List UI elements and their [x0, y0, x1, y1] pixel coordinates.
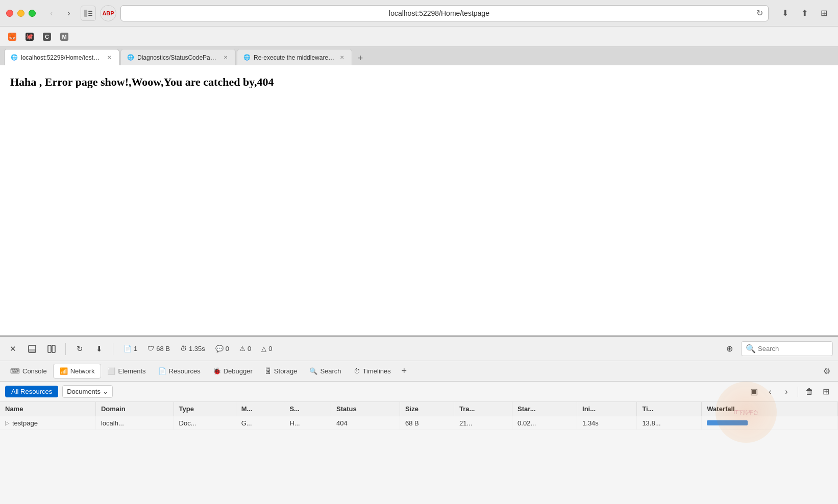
col-domain[interactable]: Domain — [95, 402, 174, 416]
errors-icon: ⚠ — [239, 345, 245, 352]
cell-name: ▷ testpage — [0, 416, 95, 430]
tab-debugger[interactable]: 🐞 Debugger — [207, 364, 259, 378]
stat-size[interactable]: 🛡 68 B — [143, 343, 174, 355]
devtools-dock-button[interactable] — [24, 341, 40, 357]
col-start[interactable]: Star... — [512, 402, 577, 416]
network-next-button[interactable]: › — [779, 385, 794, 399]
elements-icon: ⬜ — [107, 367, 115, 375]
col-type[interactable]: Type — [174, 402, 236, 416]
cell-method: G... — [236, 416, 284, 430]
devtools-settings-button[interactable]: ⚙ — [820, 364, 834, 379]
sidebar-toggle-button[interactable] — [81, 6, 96, 21]
col-status[interactable]: Status — [331, 402, 400, 416]
tab-network[interactable]: 📶 Network — [53, 364, 102, 379]
stat-time[interactable]: ⏱ 1.35s — [176, 343, 209, 355]
errors-count: 0 — [248, 345, 251, 352]
stat-warnings[interactable]: △ 0 — [257, 343, 276, 355]
page-error-message: Haha , Error page show!,Woow,You are cat… — [10, 75, 828, 89]
reload-icon[interactable]: ↻ — [756, 8, 763, 18]
tab-close-button[interactable]: ✕ — [338, 54, 346, 61]
traffic-lights — [6, 10, 36, 17]
url-text: localhost:52298/Home/testpage — [126, 9, 752, 17]
download-button[interactable]: ⬇ — [777, 5, 793, 21]
bookmark-c[interactable]: C — [39, 31, 55, 43]
timelines-icon: ⏱ — [354, 367, 360, 375]
close-button[interactable] — [6, 10, 13, 17]
size-value: 68 B — [156, 345, 170, 352]
cell-start: 0.02... — [512, 416, 577, 430]
svg-rect-5 — [29, 349, 36, 352]
tab-close-button[interactable]: ✕ — [106, 54, 113, 61]
network-clear-button[interactable]: 🗑 — [802, 385, 817, 399]
separator — [65, 343, 66, 355]
stat-messages[interactable]: 💬 0 — [211, 343, 233, 355]
table-row[interactable]: ▷ testpage localh... Doc... G... H... 40… — [0, 416, 838, 430]
cell-time: 13.8... — [637, 416, 702, 430]
adblock-button[interactable]: ABP — [100, 5, 116, 21]
resources-icon: 📄 — [158, 367, 166, 375]
tab-close-button[interactable]: ✕ — [222, 54, 229, 61]
devtools-search-input[interactable] — [758, 345, 828, 352]
network-panel: All Resources Documents ⌄ ▣ ‹ › 🗑 ⊞ Name — [0, 382, 838, 504]
col-method[interactable]: M... — [236, 402, 284, 416]
tab-console[interactable]: ⌨ Console — [4, 364, 53, 378]
devtools-reload-button[interactable]: ↻ — [72, 341, 87, 357]
col-name[interactable]: Name — [0, 402, 95, 416]
tab-search[interactable]: 🔍 Search — [303, 364, 347, 378]
tab-resources[interactable]: 📄 Resources — [152, 364, 207, 378]
network-prev-button[interactable]: ‹ — [763, 385, 777, 399]
network-export-button[interactable]: ⊞ — [819, 385, 833, 399]
col-time[interactable]: Ti... — [637, 402, 702, 416]
tab-label: Resources — [169, 367, 201, 375]
time-value: 1.35s — [189, 345, 205, 352]
filter-right-controls: ▣ ‹ › 🗑 ⊞ — [747, 385, 833, 399]
tab-label: Network — [70, 367, 95, 375]
tab-label: Re-execute the middleware pipe... — [254, 54, 335, 61]
new-tab-button[interactable]: + — [353, 51, 367, 65]
stat-requests[interactable]: 📄 1 — [119, 343, 141, 355]
cell-waterfall — [702, 416, 838, 430]
network-view-toggle[interactable]: ▣ — [747, 385, 761, 399]
tab-testpage[interactable]: 🌐 localhost:52298/Home/testpage ✕ — [4, 49, 119, 65]
url-bar[interactable]: localhost:52298/Home/testpage ↻ — [120, 5, 769, 21]
nav-buttons: ‹ › — [44, 6, 77, 21]
network-filter-bar: All Resources Documents ⌄ ▣ ‹ › 🗑 ⊞ — [0, 382, 838, 402]
tab-reexecute[interactable]: 🌐 Re-execute the middleware pipe... ✕ — [237, 49, 352, 65]
back-button[interactable]: ‹ — [44, 6, 59, 21]
forward-button[interactable]: › — [61, 6, 77, 21]
devtools-stats: 📄 1 🛡 68 B ⏱ 1.35s 💬 0 ⚠ 0 △ 0 — [119, 343, 718, 355]
bookmark-m[interactable]: M — [56, 31, 72, 43]
bookmark-github[interactable]: 🐙 — [21, 31, 38, 43]
filter-all-resources[interactable]: All Resources — [5, 386, 58, 397]
col-initiator[interactable]: Ini... — [577, 402, 637, 416]
extensions-button[interactable]: ⊞ — [816, 5, 832, 21]
requests-icon: 📄 — [124, 345, 132, 352]
search-icon: 🔍 — [309, 367, 317, 375]
tabs-bar: 🌐 localhost:52298/Home/testpage ✕ 🌐 Diag… — [0, 47, 838, 65]
col-waterfall[interactable]: Waterfall — [702, 402, 838, 416]
bookmark-gitlab[interactable]: 🦊 — [4, 31, 20, 43]
devtools-split-button[interactable] — [44, 341, 59, 357]
col-scheme[interactable]: S... — [284, 402, 331, 416]
devtools-close-button[interactable]: ✕ — [5, 341, 20, 357]
tab-timelines[interactable]: ⏱ Timelines — [348, 364, 397, 378]
browser-content: Haha , Error page show!,Woow,You are cat… — [0, 65, 838, 336]
filter-documents-dropdown[interactable]: Documents ⌄ — [62, 385, 113, 398]
devtools-search-box[interactable]: 🔍 — [741, 341, 833, 356]
stat-errors[interactable]: ⚠ 0 — [235, 343, 255, 355]
add-panel-button[interactable]: + — [397, 364, 411, 379]
cell-size: 68 B — [400, 416, 454, 430]
tab-storage[interactable]: 🗄 Storage — [259, 364, 304, 378]
maximize-button[interactable] — [29, 10, 36, 17]
col-transferred[interactable]: Tra... — [454, 402, 512, 416]
col-size[interactable]: Size — [400, 402, 454, 416]
time-icon: ⏱ — [180, 345, 187, 352]
tab-diagnostics[interactable]: 🌐 Diagnostics/StatusCodePagesEx... ✕ — [120, 49, 236, 65]
devtools-inspector-button[interactable]: ⊕ — [722, 341, 737, 357]
tab-elements[interactable]: ⬜ Elements — [101, 364, 152, 378]
devtools-download-button[interactable]: ⬇ — [91, 341, 107, 357]
share-button[interactable]: ⬆ — [796, 5, 812, 21]
cell-status: 404 — [331, 416, 400, 430]
network-icon: 📶 — [60, 367, 68, 375]
minimize-button[interactable] — [17, 10, 24, 17]
